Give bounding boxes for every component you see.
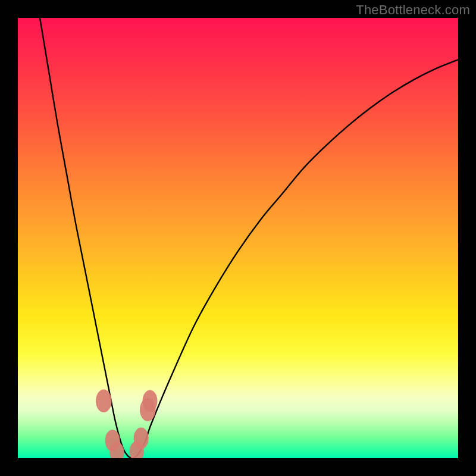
curve-marker [134, 428, 149, 449]
chart-area [18, 18, 458, 458]
curve-marker [96, 389, 112, 412]
curve-marker [142, 390, 157, 412]
chart-svg [18, 18, 458, 458]
watermark-text: TheBottleneck.com [356, 2, 470, 18]
curve-markers [96, 389, 158, 458]
